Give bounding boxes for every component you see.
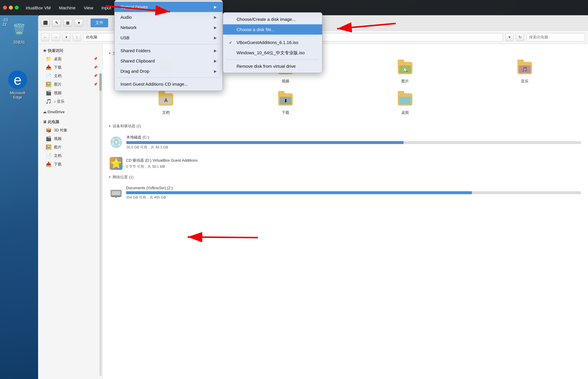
devices-section-title: ▼ 设备和驱动器 (2) [108, 123, 582, 129]
sidebar-item-downloads[interactable]: 📥 下载 📌 [38, 63, 102, 72]
menu-item-guest-additions[interactable]: Insert Guest Additions CD image... [115, 79, 222, 89]
submenu-item-remove-disk[interactable]: Remove disk from virtual drive [223, 61, 322, 71]
sidebar-item-documents[interactable]: 📄 文档 📌 [38, 72, 102, 80]
drive-c-space: 30.0 GB 可用，共 49.3 GB [126, 145, 581, 150]
watermark: https://blog.csdn.net/Gou_Hailong [525, 371, 582, 375]
documents-folder-icon: 📄 [46, 73, 52, 79]
close-button[interactable] [3, 6, 7, 10]
folder-desktop-icon [398, 93, 412, 108]
network-drive-z[interactable]: Documents (\\VBoxSvr) (Z:) 354 GB 可用，共 4… [108, 183, 582, 202]
menu-item-shared-clipboard[interactable]: Shared Clipboard ▶ [115, 56, 222, 66]
documents-icon: 📄 [46, 153, 52, 158]
drive-d-name: CD 驱动器 (D:) VirtualBox Guest Additions [126, 158, 581, 163]
sidebar-item-pictures2[interactable]: 🖼️ 图片 [38, 143, 102, 151]
folder-music[interactable]: 🎵 音乐 [467, 60, 582, 86]
traffic-lights [3, 6, 19, 10]
submenu-item-choose-file[interactable]: Choose a disk file... [223, 24, 322, 35]
sidebar-item-videos[interactable]: 🎬 视频 [38, 89, 102, 97]
edge-icon-image: e [8, 70, 27, 89]
submenu-arrow: ▶ [214, 5, 217, 9]
folder-desktop-label: 桌面 [401, 110, 409, 115]
menu-item-drag-drop[interactable]: Drag and Drop ▶ [115, 66, 222, 76]
drive-c-bar [126, 141, 581, 144]
drive-c[interactable]: 💿 本地磁盘 (C:) 30.0 GB 可用，共 49.3 GB [108, 132, 582, 152]
downloads-icon: 📥 [46, 161, 52, 167]
sidebar-item-videos2[interactable]: 🎬 视频 [38, 134, 102, 143]
toolbar-btn-3[interactable]: ▦ [63, 19, 72, 27]
submenu-arrow-usb: ▶ [214, 36, 217, 40]
drive-d-icon: ⭐ [110, 157, 123, 170]
folder-downloads-label: 下载 [282, 110, 289, 115]
drive-d[interactable]: ⭐ CD 驱动器 (D:) VirtualBox Guest Additions… [108, 155, 582, 172]
menu-item-network[interactable]: Network ▶ [115, 22, 222, 33]
maximize-button[interactable] [15, 6, 19, 10]
sidebar-header-quickaccess: ★ 快速访问 [38, 47, 102, 55]
devices-dropdown-menu[interactable]: Optical Drives ▶ Audio ▶ Network ▶ USB ▶… [114, 0, 223, 91]
nav-down[interactable]: ▾ [62, 33, 70, 41]
pictures-icon: 🖼️ [46, 144, 52, 150]
tab-file[interactable]: 文件 [91, 18, 108, 27]
network-drive-z-space: 354 GB 可用，共 465 GB [126, 195, 581, 200]
search-input[interactable] [526, 33, 585, 41]
folder-documents-icon: A [159, 93, 173, 108]
submenu-item-windows10[interactable]: Windows_10_64位_中文专业版.iso [223, 48, 322, 58]
drive-c-name: 本地磁盘 (C:) [126, 135, 581, 140]
folder-pictures-icon: 🏔️ [398, 62, 412, 77]
menu-input[interactable]: Input [97, 0, 115, 15]
checkmark-3: ✓ [229, 40, 234, 45]
network-section-title: ▼ 网络位置 (1) [108, 175, 582, 180]
edge-icon[interactable]: e MicrosoftEdge [4, 70, 31, 99]
3d-objects-icon: 📦 [46, 127, 52, 133]
edge-icon-label: MicrosoftEdge [10, 91, 26, 99]
menu-virtualboxvm[interactable]: irtualBox VM [22, 0, 55, 15]
menu-item-audio[interactable]: Audio ▶ [115, 12, 222, 22]
nav-up[interactable]: ↑ [73, 33, 81, 41]
sidebar-item-music[interactable]: 🎵 ♪ 音乐 [38, 97, 102, 106]
optical-drives-submenu[interactable]: Choose/Create a disk image... Choose a d… [223, 12, 322, 73]
sidebar-item-documents2[interactable]: 📄 文档 [38, 151, 102, 160]
svg-point-3 [115, 197, 117, 198]
music-folder-icon: 🎵 [46, 99, 52, 104]
submenu-item-vboxadditions[interactable]: ✓ VBoxGuestAdditions_6.1.16.iso [223, 37, 322, 48]
drive-c-icon: 💿 [110, 136, 123, 148]
recycle-bin-icon[interactable]: 🗑️ 回收站 [6, 21, 32, 45]
sidebar-item-3dobjects[interactable]: 📦 3D 对象 [38, 126, 102, 134]
submenu-item-choose-create[interactable]: Choose/Create a disk image... [223, 14, 322, 24]
sidebar-item-pictures[interactable]: 🖼️ 图片 📌 [38, 80, 102, 89]
videos-folder-icon: 🎬 [46, 90, 52, 96]
sidebar-item-downloads2[interactable]: 📥 下载 [38, 160, 102, 168]
sidebar: ★ 快速访问 📁 桌面 📌 📥 下载 📌 📄 文档 📌 🖼️ 图片 📌 [38, 44, 103, 379]
submenu-separator-1 [227, 36, 319, 36]
sidebar-item-desktop[interactable]: 📁 桌面 📌 [38, 55, 102, 63]
menu-item-shared-folders[interactable]: Shared Folders ▶ [115, 45, 222, 56]
toolbar-btn-2[interactable]: ✎ [52, 19, 61, 27]
refresh-btn[interactable]: ↻ [516, 33, 524, 41]
folder-desktop[interactable]: 桌面 [348, 91, 463, 118]
submenu-arrow-sc: ▶ [214, 59, 217, 63]
folder-documents[interactable]: A 文档 [108, 91, 223, 118]
submenu-separator-2 [227, 60, 319, 60]
folder-downloads[interactable]: ⬇ 下载 [228, 91, 343, 118]
toolbar-btn-1[interactable]: ⬛ [41, 19, 50, 27]
pictures-folder-icon: 🖼️ [46, 82, 52, 87]
nav-forward[interactable]: → [52, 33, 60, 41]
menu-item-usb[interactable]: USB ▶ [115, 33, 222, 43]
minimize-button[interactable] [9, 6, 13, 10]
submenu-arrow-audio: ▶ [214, 15, 217, 19]
videos-icon: 🎬 [46, 136, 52, 141]
menu-machine[interactable]: Machine [55, 0, 80, 15]
search-dropdown[interactable]: ▾ [505, 33, 514, 41]
submenu-arrow-network: ▶ [214, 26, 217, 30]
folder-icon: 📁 [46, 56, 52, 62]
nav-back[interactable]: ← [41, 33, 49, 41]
svg-rect-1 [112, 191, 120, 195]
network-drive-z-info: Documents (\\VBoxSvr) (Z:) 354 GB 可用，共 4… [126, 186, 581, 200]
sidebar-header-thispc: 🖥 此电脑 [38, 118, 102, 126]
folder-music-label: 音乐 [521, 79, 528, 84]
menu-view[interactable]: View [80, 0, 97, 15]
menu-item-optical-drives[interactable]: Optical Drives ▶ [115, 2, 222, 12]
toolbar-btn-4[interactable]: ▾ [74, 19, 83, 27]
network-drive-z-name: Documents (\\VBoxSvr) (Z:) [126, 186, 581, 190]
menu-separator-1 [118, 44, 219, 44]
folder-pictures[interactable]: 🏔️ 图片 [348, 60, 463, 86]
